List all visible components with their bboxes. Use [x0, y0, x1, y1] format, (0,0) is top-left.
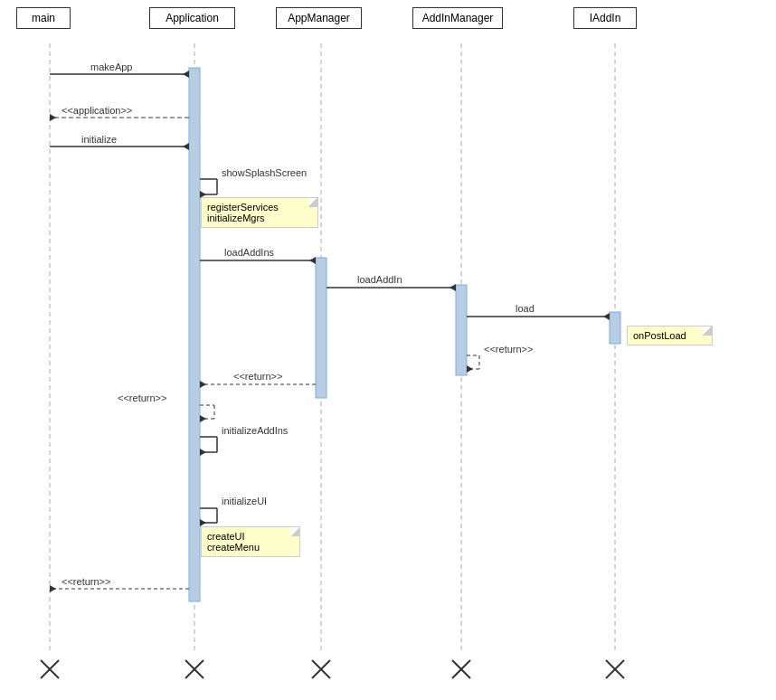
lifeline-box-addinmanager: AddInManager — [412, 7, 503, 29]
svg-marker-27 — [450, 284, 456, 291]
svg-text:loadAddIn: loadAddIn — [357, 274, 402, 285]
svg-line-65 — [452, 660, 470, 678]
svg-line-62 — [312, 660, 330, 678]
svg-line-67 — [606, 660, 624, 678]
svg-marker-56 — [50, 585, 56, 592]
svg-marker-53 — [200, 519, 206, 526]
note-create-ui: createUIcreateMenu — [201, 526, 300, 557]
svg-line-63 — [312, 660, 330, 678]
lifeline-box-application: Application — [149, 7, 235, 29]
svg-line-61 — [185, 660, 203, 678]
svg-line-60 — [185, 660, 203, 678]
svg-marker-24 — [309, 257, 316, 264]
note-on-post-load: onPostLoad — [627, 326, 713, 345]
svg-text:<<return>>: <<return>> — [484, 344, 533, 355]
svg-marker-48 — [200, 449, 206, 456]
sequence-diagram: main Application AppManager AddInManager… — [0, 0, 776, 700]
svg-line-59 — [41, 660, 59, 678]
svg-marker-10 — [183, 71, 189, 78]
svg-text:load: load — [516, 303, 535, 314]
svg-text:<<application>>: <<application>> — [62, 105, 132, 116]
svg-text:initializeAddIns: initializeAddIns — [222, 425, 289, 436]
svg-text:makeApp: makeApp — [90, 61, 132, 72]
svg-text:loadAddIns: loadAddIns — [224, 247, 275, 258]
svg-line-64 — [452, 660, 470, 678]
lifeline-box-iaddin: IAddIn — [573, 7, 637, 29]
svg-marker-16 — [183, 143, 189, 150]
svg-marker-35 — [467, 365, 473, 373]
lifeline-box-appmanager: AppManager — [276, 7, 362, 29]
note-register-services: registerServicesinitializeMgrs — [201, 197, 318, 228]
svg-text:<<return>>: <<return>> — [62, 576, 110, 587]
svg-line-58 — [41, 660, 59, 678]
svg-text:initializeUI: initializeUI — [222, 496, 267, 506]
svg-rect-8 — [610, 312, 620, 344]
svg-marker-13 — [50, 114, 56, 121]
svg-rect-6 — [316, 258, 326, 398]
svg-rect-7 — [456, 285, 467, 375]
lifeline-box-main: main — [16, 7, 71, 29]
svg-rect-5 — [189, 68, 200, 601]
svg-text:<<return>>: <<return>> — [118, 393, 166, 403]
svg-text:initialize: initialize — [81, 134, 117, 145]
svg-marker-30 — [603, 313, 610, 320]
svg-marker-38 — [200, 381, 206, 388]
svg-text:showSplashScreen: showSplashScreen — [222, 167, 307, 178]
diagram-svg: makeApp <<application>> initialize showS… — [0, 0, 776, 700]
svg-marker-43 — [200, 415, 206, 422]
svg-line-66 — [606, 660, 624, 678]
svg-text:<<return>>: <<return>> — [233, 371, 282, 382]
